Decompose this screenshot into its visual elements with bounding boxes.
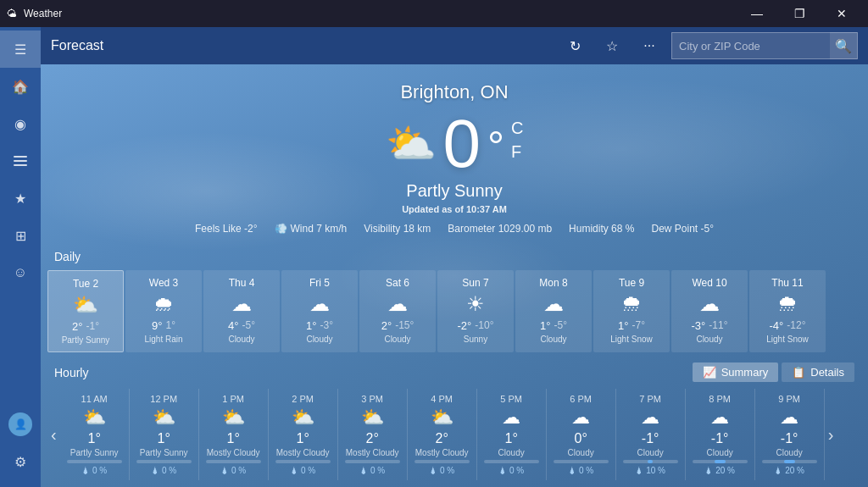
prev-hour-button[interactable]: ‹: [47, 401, 60, 468]
hour-icon-9: ☁: [689, 407, 751, 429]
day-icon-5: ☀: [442, 292, 509, 316]
hour-temp-1: 1°: [133, 431, 195, 446]
celsius-unit[interactable]: C: [511, 116, 523, 140]
day-condition-9: Light Snow: [754, 335, 821, 344]
day-icon-0: ⛅: [53, 293, 118, 317]
day-temps-6: 1° -5°: [520, 319, 587, 332]
svg-rect-1: [14, 160, 27, 162]
sidebar-item-home[interactable]: 🏠: [0, 68, 41, 105]
day-condition-2: Cloudy: [209, 335, 275, 344]
sidebar-item-settings[interactable]: ⚙: [0, 443, 41, 480]
hour-temp-0: 1°: [64, 431, 125, 446]
hour-card-10: 9 PM ☁ -1° Cloudy 🌢 20 %: [755, 389, 825, 480]
sidebar-item-daily[interactable]: [0, 142, 41, 180]
city-name: Brighton, ON: [58, 81, 851, 103]
wind-icon: 💨: [275, 223, 287, 235]
search-bar: 🔍: [671, 32, 858, 59]
hour-icon-5: ⛅: [411, 407, 473, 429]
day-card-3[interactable]: Fri 5 ☁ 1° -3° Cloudy: [281, 270, 358, 352]
hour-precip-8: 🌢 10 %: [620, 466, 682, 475]
hour-temp-8: -1°: [620, 431, 682, 446]
refresh-button[interactable]: ↻: [559, 30, 590, 61]
visibility: Visibility 18 km: [364, 223, 431, 235]
hour-card-1: 12 PM ⛅ 1° Partly Sunny 🌢 0 %: [130, 389, 199, 480]
day-card-0[interactable]: Tue 2 ⛅ 2° -1° Partly Sunny: [47, 270, 124, 352]
hour-precip-5: 🌢 0 %: [411, 466, 473, 475]
hour-icon-8: ☁: [620, 407, 682, 429]
day-name-9: Thu 11: [754, 277, 821, 289]
sidebar-bottom: ⚙: [0, 443, 41, 487]
hour-temp-2: 1°: [203, 431, 264, 446]
hour-temp-7: 0°: [550, 431, 612, 446]
sidebar-item-news[interactable]: ☺: [0, 254, 41, 291]
day-temps-3: 1° -3°: [287, 319, 353, 332]
current-weather: Brighton, ON ⛅ 0 ° C F Partly Sunny Upda…: [41, 64, 868, 243]
day-condition-8: Cloudy: [676, 335, 743, 344]
hour-precip-1: 🌢 0 %: [133, 466, 195, 475]
sidebar-item-favorites[interactable]: ★: [0, 180, 41, 217]
day-icon-1: 🌧: [131, 292, 197, 316]
hour-precip-6: 🌢 0 %: [481, 466, 542, 475]
hour-card-7: 6 PM ☁ 0° Cloudy 🌢 0 %: [547, 389, 616, 480]
hour-time-0: 11 AM: [64, 394, 125, 404]
search-button[interactable]: 🔍: [830, 32, 857, 59]
temp-display: ⛅ 0 ° C F: [58, 110, 851, 178]
daily-label: Daily: [41, 243, 868, 267]
hour-temp-10: -1°: [759, 431, 821, 446]
minimize-button[interactable]: —: [737, 0, 776, 27]
hour-card-2: 1 PM ⛅ 1° Mostly Cloudy 🌢 0 %: [199, 389, 269, 480]
hour-icon-0: ⛅: [64, 407, 125, 429]
hour-time-7: 6 PM: [550, 394, 612, 404]
maximize-button[interactable]: ❐: [780, 0, 819, 27]
day-name-2: Thu 4: [209, 277, 275, 289]
day-card-2[interactable]: Thu 4 ☁ 4° -5° Cloudy: [203, 270, 280, 352]
sidebar-item-menu[interactable]: ☰: [0, 30, 41, 68]
hour-condition-2: Mostly Cloudy: [203, 448, 264, 457]
hour-card-5: 4 PM ⛅ 2° Mostly Cloudy 🌢 0 %: [408, 389, 477, 480]
favorite-button[interactable]: ☆: [597, 30, 627, 61]
sidebar-avatar[interactable]: 👤: [0, 406, 41, 443]
hour-condition-8: Cloudy: [620, 448, 682, 457]
hour-bar-1: [136, 460, 192, 463]
day-card-8[interactable]: Wed 10 ☁ -3° -11° Cloudy: [671, 270, 748, 352]
day-condition-0: Partly Sunny: [53, 335, 118, 345]
day-temps-2: 4° -5°: [209, 319, 275, 332]
day-card-1[interactable]: Wed 3 🌧 9° 1° Light Rain: [125, 270, 202, 352]
sidebar-item-maps[interactable]: ⊞: [0, 217, 41, 254]
hour-bar-10: [762, 460, 817, 463]
hour-bar-4: [345, 460, 400, 463]
day-card-7[interactable]: Tue 9 🌨 1° -7° Light Snow: [593, 270, 670, 352]
day-condition-4: Cloudy: [364, 335, 431, 344]
fahrenheit-unit[interactable]: F: [511, 140, 521, 163]
hour-condition-0: Partly Sunny: [64, 448, 125, 457]
summary-tab[interactable]: 📈 Summary: [693, 362, 779, 382]
hour-time-9: 8 PM: [689, 394, 751, 404]
day-card-5[interactable]: Sun 7 ☀ -2° -10° Sunny: [437, 270, 514, 352]
close-button[interactable]: ✕: [822, 0, 861, 27]
hour-card-4: 3 PM ⛅ 2° Mostly Cloudy 🌢 0 %: [338, 389, 408, 480]
hour-time-10: 9 PM: [759, 394, 821, 404]
search-input[interactable]: [672, 40, 830, 53]
day-condition-7: Light Snow: [598, 335, 665, 344]
hour-icon-6: ☁: [481, 407, 542, 429]
next-hour-button[interactable]: ›: [825, 401, 837, 468]
day-temps-9: -4° -12°: [754, 319, 821, 332]
details-tab[interactable]: 📋 Details: [782, 362, 854, 382]
hour-condition-5: Mostly Cloudy: [411, 448, 473, 457]
hour-time-3: 2 PM: [272, 394, 334, 404]
svg-rect-2: [14, 164, 27, 166]
sidebar-item-hourly[interactable]: ◉: [0, 105, 41, 142]
day-card-9[interactable]: Thu 11 🌨 -4° -12° Light Snow: [749, 270, 826, 352]
details-label: Details: [810, 366, 844, 379]
more-button[interactable]: ···: [634, 30, 665, 61]
app-container: ☰ 🏠 ◉ ★ ⊞ ☺ 👤 ⚙ Forecast ↻ ☆ ···: [0, 27, 868, 487]
hourly-tabs: 📈 Summary 📋 Details: [693, 362, 854, 382]
day-condition-5: Sunny: [442, 335, 509, 344]
day-card-6[interactable]: Mon 8 ☁ 1° -5° Cloudy: [515, 270, 592, 352]
hour-precip-0: 🌢 0 %: [64, 466, 125, 475]
day-card-4[interactable]: Sat 6 ☁ 2° -15° Cloudy: [359, 270, 436, 352]
hour-card-3: 2 PM ⛅ 1° Mostly Cloudy 🌢 0 %: [269, 389, 338, 480]
hour-time-8: 7 PM: [620, 394, 682, 404]
day-name-1: Wed 3: [131, 277, 197, 289]
main-content: Forecast ↻ ☆ ··· 🔍 Brighton, ON ⛅ 0 °: [41, 27, 868, 487]
